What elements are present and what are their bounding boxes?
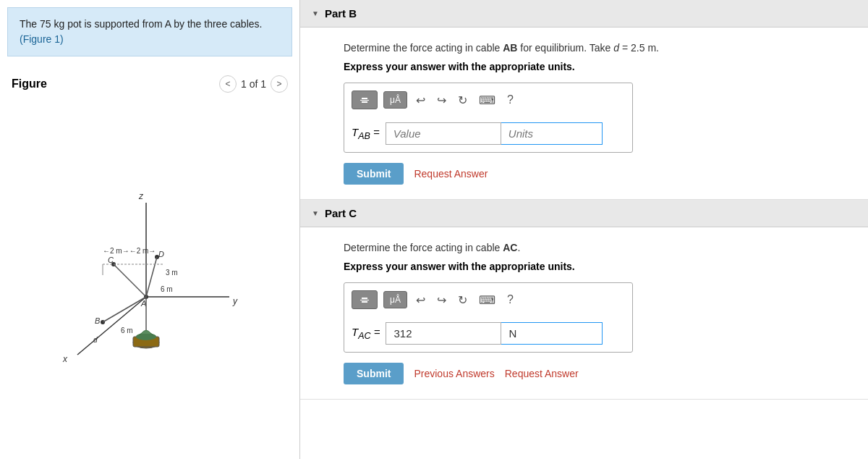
- part-b-section: ▼ Part B Determine the force acting in c…: [300, 0, 868, 200]
- part-c-units-input[interactable]: [501, 322, 603, 345]
- part-c-undo-button[interactable]: ↩: [413, 292, 428, 308]
- part-b-request-answer-link[interactable]: Request Answer: [414, 168, 488, 180]
- figure-image-area: z y x A ←2 m→←2 m→ C D 3 m 6 m: [0, 98, 299, 459]
- figure-svg: z y x A ←2 m→←2 m→ C D 3 m 6 m: [48, 185, 251, 373]
- mu-label-2: μÅ: [390, 295, 401, 305]
- svg-text:B: B: [95, 316, 100, 325]
- part-c-arrow-icon: ▼: [312, 209, 319, 217]
- svg-text:x: x: [62, 354, 68, 364]
- svg-text:←2 m→←2 m→: ←2 m→←2 m→: [103, 247, 156, 255]
- part-b-instruction: Express your answer with the appropriate…: [344, 61, 839, 72]
- figure-header: Figure < 1 of 1 >: [0, 70, 299, 98]
- part-b-toolbar: μÅ ↩ ↪ ↻ ⌨ ?: [352, 90, 625, 115]
- figure-next-button[interactable]: >: [271, 75, 288, 93]
- svg-text:6 m: 6 m: [161, 285, 173, 293]
- left-panel: The 75 kg pot is supported from A by the…: [0, 0, 300, 459]
- figure-prev-button[interactable]: <: [219, 75, 237, 93]
- part-c-input-label: TAC =: [352, 326, 380, 341]
- part-c-section: ▼ Part C Determine the force acting in c…: [300, 200, 868, 400]
- part-b-help-button[interactable]: ?: [504, 92, 516, 108]
- part-b-mu-button[interactable]: μÅ: [383, 91, 407, 109]
- part-c-refresh-button[interactable]: ↻: [455, 292, 470, 308]
- fraction-icon: [358, 94, 371, 106]
- part-c-matrix-button[interactable]: [352, 290, 378, 309]
- right-panel: ▼ Part B Determine the force acting in c…: [300, 0, 868, 459]
- figure-title: Figure: [12, 77, 47, 90]
- part-b-keyboard-button[interactable]: ⌨: [476, 92, 498, 109]
- part-c-input-row: TAC =: [352, 322, 625, 345]
- svg-text:d: d: [93, 336, 98, 344]
- part-b-arrow-icon: ▼: [312, 9, 319, 17]
- part-b-answer-box: μÅ ↩ ↪ ↻ ⌨ ? TAB =: [344, 83, 633, 153]
- part-c-action-row: Submit Previous Answers Request Answer: [344, 363, 839, 384]
- part-b-content: Determine the force acting in cable AB f…: [300, 28, 868, 199]
- figure-nav: < 1 of 1 >: [219, 75, 288, 93]
- part-c-request-answer-link[interactable]: Request Answer: [505, 368, 579, 379]
- part-b-title: Part B: [325, 7, 357, 20]
- part-b-input-label: TAB =: [352, 126, 380, 141]
- figure-count: 1 of 1: [241, 78, 266, 90]
- svg-text:D: D: [158, 250, 164, 258]
- problem-statement: The 75 kg pot is supported from A by the…: [7, 7, 292, 56]
- part-c-content: Determine the force acting in cable AC. …: [300, 227, 868, 399]
- part-c-header[interactable]: ▼ Part C: [300, 200, 868, 227]
- figure-link[interactable]: (Figure 1): [20, 33, 64, 45]
- part-b-value-input[interactable]: [386, 122, 501, 145]
- fraction-icon-2: [358, 294, 371, 306]
- svg-text:3 m: 3 m: [166, 269, 178, 277]
- problem-text: The 75 kg pot is supported from A by the…: [20, 18, 262, 30]
- part-c-previous-answers-link[interactable]: Previous Answers: [414, 368, 494, 379]
- part-b-units-input[interactable]: [501, 122, 603, 145]
- svg-line-21: [103, 297, 146, 322]
- svg-text:z: z: [138, 191, 144, 201]
- svg-line-19: [114, 264, 146, 297]
- mu-label: μÅ: [390, 95, 401, 105]
- part-b-action-row: Submit Request Answer: [344, 163, 839, 185]
- part-c-help-button[interactable]: ?: [504, 292, 516, 308]
- part-c-problem-text: Determine the force acting in cable AC.: [344, 242, 839, 253]
- svg-text:C: C: [108, 256, 114, 264]
- part-b-problem-text: Determine the force acting in cable AB f…: [344, 42, 839, 54]
- svg-line-20: [146, 257, 157, 297]
- part-b-header[interactable]: ▼ Part B: [300, 0, 868, 28]
- part-b-undo-button[interactable]: ↩: [413, 92, 428, 109]
- part-c-answer-box: μÅ ↩ ↪ ↻ ⌨ ? TAC =: [344, 282, 633, 353]
- part-b-matrix-button[interactable]: [352, 90, 378, 109]
- part-c-value-input[interactable]: [386, 322, 501, 345]
- part-b-redo-button[interactable]: ↪: [434, 92, 449, 109]
- part-c-keyboard-button[interactable]: ⌨: [476, 292, 498, 308]
- part-b-d-value: d: [613, 42, 619, 54]
- part-b-submit-button[interactable]: Submit: [344, 163, 404, 185]
- svg-text:y: y: [232, 296, 238, 306]
- part-b-cable-label: AB: [503, 42, 517, 54]
- svg-text:6 m: 6 m: [121, 327, 133, 334]
- part-c-instruction: Express your answer with the appropriate…: [344, 261, 839, 272]
- part-b-input-row: TAB =: [352, 122, 625, 145]
- part-c-title: Part C: [325, 207, 357, 219]
- part-c-cable-label: AC: [503, 242, 517, 253]
- part-c-mu-button[interactable]: μÅ: [383, 291, 407, 308]
- part-b-refresh-button[interactable]: ↻: [455, 92, 470, 109]
- part-c-redo-button[interactable]: ↪: [434, 292, 449, 308]
- part-c-toolbar: μÅ ↩ ↪ ↻ ⌨ ?: [352, 290, 625, 315]
- part-c-submit-button[interactable]: Submit: [344, 363, 404, 384]
